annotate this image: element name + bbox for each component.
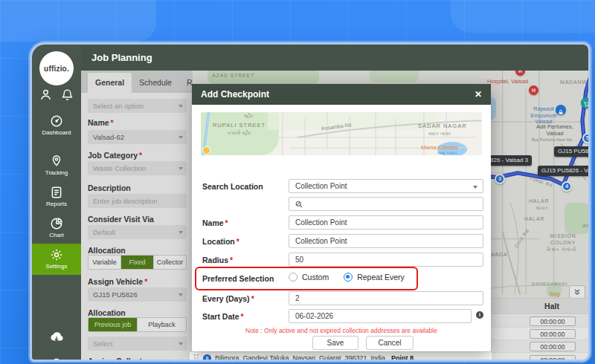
close-icon[interactable]: ✕	[475, 89, 482, 100]
modal-map-preview[interactable]: સ્ટ્રીટ RUPALI STREET રુપાલી સ્ટ્રીટ Kos…	[201, 112, 482, 155]
highlight-annotation-box	[195, 267, 418, 290]
modal-title: Add Checkpoint	[201, 89, 269, 100]
map-poi-dot	[202, 146, 210, 155]
search-location-label: Search Location	[202, 182, 263, 191]
app-logo[interactable]: uffizio.	[39, 51, 74, 85]
checkpoint-name-value: Collection Point	[295, 218, 347, 227]
sidebar: uffizio. Dashboard	[32, 45, 81, 360]
tracking-icon	[50, 154, 63, 166]
page-title: Job Planning	[81, 45, 588, 71]
every-days-value: 2	[295, 294, 300, 302]
location-input[interactable]: Collection Point	[289, 234, 483, 248]
save-button[interactable]: Save	[312, 336, 358, 350]
location-search-input[interactable]	[289, 197, 483, 211]
dashboard-icon	[50, 114, 63, 126]
sidebar-item-label: Chart	[32, 232, 81, 238]
checkpoint-name-input[interactable]: Collection Point	[289, 215, 483, 230]
pie-chart-icon	[50, 216, 63, 229]
modal-header: Add Checkpoint ✕	[192, 84, 491, 105]
map-label-rupali-street: RUPALI STREET	[213, 122, 266, 129]
start-date-label: Start Date*	[202, 312, 244, 321]
cancel-button[interactable]: Cancel	[366, 336, 414, 350]
map-label-street-gu: સ્ટ્રીટ	[244, 113, 254, 119]
search-location-value: Collection Point	[295, 182, 347, 190]
logo-text: uffizio.	[44, 65, 69, 73]
sidebar-item-dashboard[interactable]: Dashboard	[32, 110, 81, 141]
sidebar-item-label: Settings	[32, 263, 81, 270]
search-location-dropdown[interactable]: Collection Point	[289, 179, 483, 193]
headset-icon[interactable]	[32, 355, 81, 362]
location-label: Location*	[202, 237, 239, 246]
every-days-input[interactable]: 2	[289, 291, 483, 305]
app-window: uffizio. Dashboard	[30, 42, 591, 362]
sidebar-item-label: Reports	[32, 201, 81, 207]
sidebar-item-tracking[interactable]: Tracking	[32, 150, 81, 181]
sidebar-item-label: Tracking	[32, 169, 81, 176]
gear-icon	[50, 247, 63, 260]
map-label-rupali-gu: રુપાલી સ્ટ્રીટ	[223, 130, 256, 136]
sidebar-item-chart[interactable]: Chart	[32, 212, 81, 244]
bell-icon[interactable]	[61, 88, 74, 101]
search-icon	[295, 201, 303, 208]
info-icon[interactable]: i	[476, 311, 483, 319]
radius-value: 50	[295, 256, 303, 264]
checkpoint-index-badge: 8	[203, 354, 211, 360]
map-label-kababis-gu: મામા કબાબ	[437, 151, 457, 155]
radius-label: Radius*	[202, 256, 233, 264]
cloud-download-icon[interactable]	[32, 330, 81, 344]
every-days-label: Every (Days)*	[202, 294, 254, 303]
map-label-mama-kababis: Mama Kababis	[421, 144, 458, 151]
checkpoint-name-label: Name*	[202, 218, 228, 227]
radius-input[interactable]: 50	[289, 253, 483, 267]
background-decor-shape	[451, 0, 595, 33]
report-icon	[50, 185, 63, 198]
checkpoint-point-name: Point 8	[391, 354, 414, 360]
start-date-input[interactable]: 06-02-2026	[289, 309, 472, 323]
modal-note: Note : Only active and not expired colle…	[192, 327, 491, 334]
sidebar-item-reports[interactable]: Reports	[32, 181, 81, 212]
checkpoint-list-item[interactable]: 8 Bilimora, Gandevi Taluka, Navsari, Guj…	[190, 351, 492, 360]
sidebar-item-settings[interactable]: Settings	[32, 244, 81, 275]
add-checkpoint-modal: Add Checkpoint ✕	[192, 84, 491, 351]
map-label-sadar-gu: સાદર નાગર	[428, 131, 451, 137]
user-icon[interactable]	[39, 88, 52, 101]
location-value: Collection Point	[295, 237, 347, 245]
map-label-sadar-nagar: SADAR NAGAR	[418, 123, 467, 129]
drag-handle-icon[interactable]	[194, 354, 199, 360]
background-decor-shape	[0, 0, 156, 42]
start-date-value: 06-02-2026	[295, 312, 333, 320]
checkpoint-address: Bilimora, Gandevi Taluka, Navsari, Gujar…	[215, 354, 385, 360]
sidebar-item-label: Dashboard	[32, 129, 81, 136]
page-title-text: Job Planning	[91, 52, 152, 63]
